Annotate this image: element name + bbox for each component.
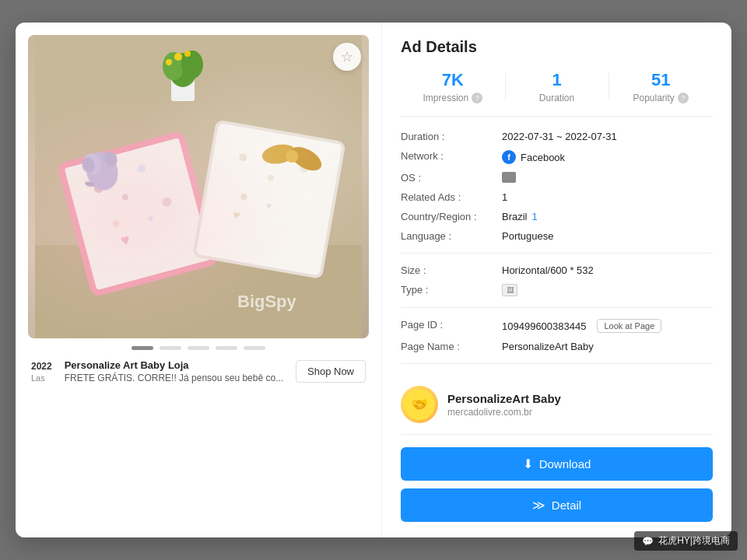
type-label: Type : bbox=[401, 284, 502, 296]
svg-point-19 bbox=[240, 193, 247, 200]
ad-title: Personalize Art Baby Loja bbox=[65, 359, 296, 371]
ad-texts: Personalize Art Baby Loja FRETE GRÁTIS. … bbox=[65, 359, 296, 383]
impression-value: 7K bbox=[401, 70, 505, 90]
modal: ♥ ♥ bbox=[16, 23, 731, 537]
svg-point-26 bbox=[169, 53, 197, 87]
svg-point-14 bbox=[103, 150, 119, 168]
duration-detail-label: Duration : bbox=[401, 131, 502, 142]
profile-info: PersonalizeArt Baby mercadolivre.com.br bbox=[447, 392, 561, 418]
svg-point-30 bbox=[184, 51, 191, 57]
detail-button[interactable]: ≫ Detail bbox=[401, 488, 713, 522]
ad-year: 2022 bbox=[31, 361, 52, 372]
page-id-label: Page ID : bbox=[401, 319, 502, 331]
download-icon: ⬇ bbox=[523, 457, 533, 471]
ad-image-container: ♥ ♥ bbox=[28, 35, 369, 338]
svg-point-16 bbox=[238, 152, 247, 162]
stat-impression: 7K Impression ? bbox=[401, 70, 505, 103]
profile-name: PersonalizeArt Baby bbox=[447, 392, 561, 405]
svg-rect-15 bbox=[194, 121, 344, 278]
detail-row-size: Size : Horizontal/600 * 532 bbox=[401, 264, 713, 276]
action-buttons: ⬇ Download ≫ Detail bbox=[401, 447, 713, 522]
svg-point-11 bbox=[80, 151, 103, 177]
svg-text:BigSpy: BigSpy bbox=[237, 292, 297, 311]
svg-point-6 bbox=[112, 220, 120, 228]
ad-image: ♥ ♥ bbox=[28, 35, 369, 338]
svg-point-18 bbox=[299, 163, 310, 173]
carousel-dot-1[interactable] bbox=[132, 346, 153, 350]
page-name-label: Page Name : bbox=[401, 341, 502, 352]
detail-section-2: Size : Horizontal/600 * 532 Type : 🖼 bbox=[401, 264, 713, 308]
popularity-label: Popularity ? bbox=[608, 93, 713, 103]
watermark-bar: 💬 花虎HY|跨境电商 bbox=[634, 531, 738, 551]
type-value: 🖼 bbox=[502, 284, 517, 296]
svg-point-7 bbox=[161, 196, 173, 208]
svg-point-10 bbox=[82, 149, 122, 194]
image-type-icon: 🖼 bbox=[502, 284, 517, 296]
carousel-dot-4[interactable] bbox=[216, 346, 237, 350]
stat-duration: 1 Duration bbox=[505, 70, 609, 103]
stats-row: 7K Impression ? 1 Duration 51 Popularity bbox=[401, 70, 713, 117]
detail-label: Detail bbox=[552, 499, 581, 512]
os-icon bbox=[502, 172, 516, 183]
look-at-page-button[interactable]: Look at Page bbox=[597, 319, 661, 333]
carousel-dot-3[interactable] bbox=[188, 346, 209, 350]
country-label: Country/Region : bbox=[401, 211, 502, 222]
duration-detail-value: 2022-07-31 ~ 2022-07-31 bbox=[502, 131, 617, 142]
popularity-value: 51 bbox=[608, 70, 713, 90]
svg-text:♥: ♥ bbox=[232, 208, 241, 222]
modal-overlay: ♥ ♥ bbox=[0, 0, 747, 560]
svg-text:♥: ♥ bbox=[118, 230, 132, 249]
svg-text:♥: ♥ bbox=[265, 200, 272, 212]
facebook-icon: f bbox=[502, 150, 516, 164]
carousel-dot-2[interactable] bbox=[160, 346, 181, 350]
svg-point-23 bbox=[286, 142, 325, 176]
network-label: Network : bbox=[401, 150, 502, 162]
detail-row-page-name: Page Name : PersonalizeArt Baby bbox=[401, 341, 713, 352]
svg-rect-1 bbox=[35, 245, 362, 338]
page-name-value: PersonalizeArt Baby bbox=[502, 341, 594, 352]
ad-info-bar: 2022 Las Personalize Art Baby Loja FRETE… bbox=[28, 359, 369, 383]
ad-details-title: Ad Details bbox=[401, 38, 713, 56]
svg-point-5 bbox=[137, 164, 146, 173]
profile-section: 🤝 PersonalizeArt Baby mercadolivre.com.b… bbox=[401, 375, 713, 435]
related-ads-label: Related Ads : bbox=[401, 191, 502, 203]
svg-rect-2 bbox=[61, 134, 216, 294]
svg-text:🤝: 🤝 bbox=[411, 396, 429, 413]
detail-section-1: Duration : 2022-07-31 ~ 2022-07-31 Netwo… bbox=[401, 131, 713, 254]
svg-point-24 bbox=[285, 149, 300, 164]
detail-row-duration: Duration : 2022-07-31 ~ 2022-07-31 bbox=[401, 131, 713, 142]
related-ads-value: 1 bbox=[502, 191, 507, 203]
size-label: Size : bbox=[401, 264, 502, 276]
detail-icon: ≫ bbox=[532, 498, 545, 513]
svg-point-12 bbox=[84, 180, 94, 187]
duration-label: Duration bbox=[505, 93, 609, 103]
svg-rect-25 bbox=[171, 74, 195, 101]
shop-now-button[interactable]: Shop Now bbox=[296, 360, 366, 383]
detail-row-page-id: Page ID : 109499600383445 Look at Page bbox=[401, 319, 713, 333]
profile-logo-svg: 🤝 bbox=[404, 389, 435, 420]
svg-text:♥: ♥ bbox=[146, 212, 155, 226]
impression-info-icon[interactable]: ? bbox=[472, 93, 482, 103]
detail-row-type: Type : 🖼 bbox=[401, 284, 713, 296]
detail-row-country: Country/Region : Brazil 1 bbox=[401, 211, 713, 222]
svg-point-27 bbox=[163, 52, 184, 80]
detail-row-language: Language : Portuguese bbox=[401, 230, 713, 242]
svg-rect-0 bbox=[35, 35, 362, 338]
stat-popularity: 51 Popularity ? bbox=[608, 70, 713, 103]
os-label: OS : bbox=[401, 172, 502, 184]
svg-point-4 bbox=[121, 194, 129, 201]
network-value: f Facebook bbox=[502, 150, 565, 164]
svg-point-28 bbox=[181, 51, 203, 79]
download-button[interactable]: ⬇ Download bbox=[401, 447, 713, 481]
page-id-value: 109499600383445 Look at Page bbox=[502, 319, 661, 333]
profile-avatar: 🤝 bbox=[401, 386, 438, 423]
watermark-text: 花虎HY|跨境电商 bbox=[658, 534, 730, 548]
svg-point-22 bbox=[261, 142, 297, 166]
favorite-button[interactable]: ☆ bbox=[333, 43, 361, 71]
profile-url: mercadolivre.com.br bbox=[447, 407, 561, 418]
ad-description: FRETE GRÁTIS. CORRE!! Já pensou seu bebê… bbox=[65, 373, 296, 383]
popularity-info-icon[interactable]: ? bbox=[678, 93, 689, 103]
country-value: Brazil 1 bbox=[502, 211, 538, 222]
country-count-link[interactable]: 1 bbox=[532, 211, 538, 222]
carousel-dot-5[interactable] bbox=[244, 346, 265, 350]
